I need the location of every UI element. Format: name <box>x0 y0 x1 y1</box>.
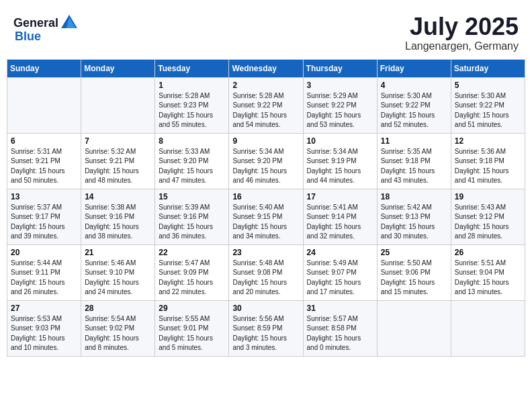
calendar-cell <box>451 300 525 356</box>
day-info: Sunrise: 5:51 AM Sunset: 9:04 PM Dayligh… <box>455 259 521 298</box>
calendar-cell <box>377 300 451 356</box>
day-info: Sunrise: 5:48 AM Sunset: 9:08 PM Dayligh… <box>232 259 299 298</box>
day-info: Sunrise: 5:38 AM Sunset: 9:16 PM Dayligh… <box>85 203 151 242</box>
day-info: Sunrise: 5:55 AM Sunset: 9:01 PM Dayligh… <box>159 314 225 353</box>
calendar-cell: 21Sunrise: 5:46 AM Sunset: 9:10 PM Dayli… <box>81 244 155 300</box>
day-info: Sunrise: 5:29 AM Sunset: 9:22 PM Dayligh… <box>307 91 373 130</box>
day-info: Sunrise: 5:47 AM Sunset: 9:09 PM Dayligh… <box>159 259 225 298</box>
calendar-cell: 18Sunrise: 5:42 AM Sunset: 9:13 PM Dayli… <box>377 189 451 244</box>
day-number: 16 <box>232 192 299 201</box>
day-number: 20 <box>11 248 77 257</box>
calendar-cell: 25Sunrise: 5:50 AM Sunset: 9:06 PM Dayli… <box>377 244 451 300</box>
logo-icon <box>60 13 79 32</box>
calendar-cell: 29Sunrise: 5:55 AM Sunset: 9:01 PM Dayli… <box>155 300 229 356</box>
weekday-header-friday: Friday <box>377 59 451 77</box>
calendar-cell: 3Sunrise: 5:29 AM Sunset: 9:22 PM Daylig… <box>303 77 377 133</box>
calendar-week-row: 13Sunrise: 5:37 AM Sunset: 9:17 PM Dayli… <box>7 189 525 244</box>
day-number: 15 <box>159 192 225 201</box>
day-number: 21 <box>85 248 151 257</box>
day-number: 9 <box>232 136 299 146</box>
logo: General Blue <box>13 13 79 44</box>
weekday-header-saturday: Saturday <box>451 59 525 77</box>
logo-blue: Blue <box>15 30 41 43</box>
day-info: Sunrise: 5:28 AM Sunset: 9:23 PM Dayligh… <box>159 91 225 130</box>
calendar-cell: 6Sunrise: 5:31 AM Sunset: 9:21 PM Daylig… <box>7 133 81 189</box>
calendar-cell: 16Sunrise: 5:40 AM Sunset: 9:15 PM Dayli… <box>229 189 303 244</box>
calendar-cell: 1Sunrise: 5:28 AM Sunset: 9:23 PM Daylig… <box>155 77 229 133</box>
day-info: Sunrise: 5:33 AM Sunset: 9:20 PM Dayligh… <box>159 147 225 186</box>
day-number: 10 <box>307 136 373 146</box>
day-number: 31 <box>307 304 373 313</box>
weekday-header-thursday: Thursday <box>303 59 377 77</box>
day-number: 19 <box>455 192 521 201</box>
calendar-week-row: 20Sunrise: 5:44 AM Sunset: 9:11 PM Dayli… <box>7 244 525 300</box>
day-info: Sunrise: 5:30 AM Sunset: 9:22 PM Dayligh… <box>455 91 521 130</box>
day-number: 6 <box>11 136 77 146</box>
header: General Blue July 2025 Langenargen, Germ… <box>7 7 525 56</box>
calendar-cell: 28Sunrise: 5:54 AM Sunset: 9:02 PM Dayli… <box>81 300 155 356</box>
calendar-cell: 15Sunrise: 5:39 AM Sunset: 9:16 PM Dayli… <box>155 189 229 244</box>
calendar-cell: 10Sunrise: 5:34 AM Sunset: 9:19 PM Dayli… <box>303 133 377 189</box>
day-number: 24 <box>307 248 373 257</box>
day-number: 18 <box>381 192 447 201</box>
calendar-cell: 19Sunrise: 5:43 AM Sunset: 9:12 PM Dayli… <box>451 189 525 244</box>
day-info: Sunrise: 5:40 AM Sunset: 9:15 PM Dayligh… <box>232 203 299 242</box>
location-title: Langenargen, Germany <box>405 40 519 52</box>
day-number: 26 <box>455 248 521 257</box>
weekday-header-wednesday: Wednesday <box>229 59 303 77</box>
day-info: Sunrise: 5:49 AM Sunset: 9:07 PM Dayligh… <box>307 259 373 298</box>
weekday-header-monday: Monday <box>81 59 155 77</box>
day-number: 27 <box>11 304 77 313</box>
day-info: Sunrise: 5:41 AM Sunset: 9:14 PM Dayligh… <box>307 203 373 242</box>
day-info: Sunrise: 5:57 AM Sunset: 8:58 PM Dayligh… <box>307 314 373 353</box>
calendar-cell <box>81 77 155 133</box>
day-number: 17 <box>307 192 373 201</box>
day-info: Sunrise: 5:28 AM Sunset: 9:22 PM Dayligh… <box>232 91 299 130</box>
day-info: Sunrise: 5:53 AM Sunset: 9:03 PM Dayligh… <box>11 314 77 353</box>
day-info: Sunrise: 5:31 AM Sunset: 9:21 PM Dayligh… <box>11 147 77 186</box>
calendar-cell: 23Sunrise: 5:48 AM Sunset: 9:08 PM Dayli… <box>229 244 303 300</box>
calendar-cell <box>7 77 81 133</box>
day-info: Sunrise: 5:34 AM Sunset: 9:20 PM Dayligh… <box>232 147 299 186</box>
calendar-cell: 20Sunrise: 5:44 AM Sunset: 9:11 PM Dayli… <box>7 244 81 300</box>
day-number: 13 <box>11 192 77 201</box>
day-number: 23 <box>232 248 299 257</box>
calendar-cell: 31Sunrise: 5:57 AM Sunset: 8:58 PM Dayli… <box>303 300 377 356</box>
day-info: Sunrise: 5:56 AM Sunset: 8:59 PM Dayligh… <box>232 314 299 353</box>
day-number: 8 <box>159 136 225 146</box>
calendar-week-row: 1Sunrise: 5:28 AM Sunset: 9:23 PM Daylig… <box>7 77 525 133</box>
day-number: 7 <box>85 136 151 146</box>
weekday-header-row: SundayMondayTuesdayWednesdayThursdayFrid… <box>7 59 525 77</box>
day-info: Sunrise: 5:30 AM Sunset: 9:22 PM Dayligh… <box>381 91 447 130</box>
calendar-cell: 14Sunrise: 5:38 AM Sunset: 9:16 PM Dayli… <box>81 189 155 244</box>
day-info: Sunrise: 5:46 AM Sunset: 9:10 PM Dayligh… <box>85 259 151 298</box>
day-info: Sunrise: 5:36 AM Sunset: 9:18 PM Dayligh… <box>455 147 521 186</box>
day-number: 12 <box>455 136 521 146</box>
day-number: 2 <box>232 81 299 90</box>
month-title: July 2025 <box>405 13 519 40</box>
day-info: Sunrise: 5:32 AM Sunset: 9:21 PM Dayligh… <box>85 147 151 186</box>
day-info: Sunrise: 5:50 AM Sunset: 9:06 PM Dayligh… <box>381 259 447 298</box>
day-info: Sunrise: 5:42 AM Sunset: 9:13 PM Dayligh… <box>381 203 447 242</box>
calendar-cell: 11Sunrise: 5:35 AM Sunset: 9:18 PM Dayli… <box>377 133 451 189</box>
calendar-cell: 24Sunrise: 5:49 AM Sunset: 9:07 PM Dayli… <box>303 244 377 300</box>
day-info: Sunrise: 5:37 AM Sunset: 9:17 PM Dayligh… <box>11 203 77 242</box>
day-number: 14 <box>85 192 151 201</box>
day-number: 4 <box>381 81 447 90</box>
calendar-cell: 13Sunrise: 5:37 AM Sunset: 9:17 PM Dayli… <box>7 189 81 244</box>
calendar-cell: 4Sunrise: 5:30 AM Sunset: 9:22 PM Daylig… <box>377 77 451 133</box>
calendar-cell: 8Sunrise: 5:33 AM Sunset: 9:20 PM Daylig… <box>155 133 229 189</box>
day-number: 30 <box>232 304 299 313</box>
day-number: 22 <box>159 248 225 257</box>
calendar-week-row: 27Sunrise: 5:53 AM Sunset: 9:03 PM Dayli… <box>7 300 525 356</box>
day-info: Sunrise: 5:44 AM Sunset: 9:11 PM Dayligh… <box>11 259 77 298</box>
calendar-cell: 2Sunrise: 5:28 AM Sunset: 9:22 PM Daylig… <box>229 77 303 133</box>
calendar-table: SundayMondayTuesdayWednesdayThursdayFrid… <box>7 59 525 357</box>
day-number: 11 <box>381 136 447 146</box>
calendar-cell: 5Sunrise: 5:30 AM Sunset: 9:22 PM Daylig… <box>451 77 525 133</box>
calendar-cell: 9Sunrise: 5:34 AM Sunset: 9:20 PM Daylig… <box>229 133 303 189</box>
calendar-cell: 30Sunrise: 5:56 AM Sunset: 8:59 PM Dayli… <box>229 300 303 356</box>
day-info: Sunrise: 5:39 AM Sunset: 9:16 PM Dayligh… <box>159 203 225 242</box>
day-number: 3 <box>307 81 373 90</box>
calendar-cell: 12Sunrise: 5:36 AM Sunset: 9:18 PM Dayli… <box>451 133 525 189</box>
